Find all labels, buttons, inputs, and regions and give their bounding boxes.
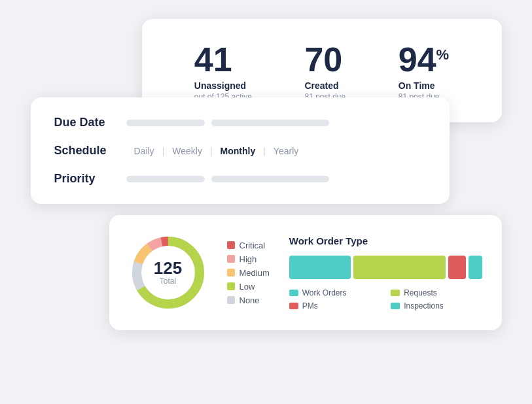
filter-row-due-date: Due Date — [54, 116, 426, 129]
scene: 41 Unassigned out of 125 active 70 Creat… — [31, 19, 502, 385]
schedule-monthly[interactable]: Monthly — [213, 146, 264, 156]
schedule-yearly[interactable]: Yearly — [266, 146, 306, 156]
legend-critical: Critical — [227, 241, 270, 250]
wot-legend-inspections-dot — [391, 303, 400, 309]
legend-medium-label: Medium — [239, 268, 270, 278]
legend-low-dot — [227, 282, 235, 290]
legend-high-dot — [227, 255, 235, 263]
schedule-daily[interactable]: Daily — [126, 146, 162, 156]
wot-bar-inspections — [469, 256, 482, 279]
legend-none-label: None — [239, 295, 260, 305]
due-date-bar-1 — [126, 120, 205, 126]
legend-critical-label: Critical — [239, 241, 266, 250]
wot-bar-chart — [289, 256, 482, 279]
wot-legend-requests-dot — [391, 290, 400, 296]
wot-legend-work-orders: Work Orders — [289, 288, 380, 297]
due-date-bars — [126, 120, 426, 126]
donut-label: Total — [154, 277, 182, 286]
legend-high-label: High — [239, 254, 257, 264]
schedule-options: Daily | Weekly | Monthly | Yearly — [126, 146, 307, 156]
priority-bar-1 — [126, 176, 205, 182]
due-date-label: Due Date — [54, 116, 126, 129]
stat-created-number: 70 — [304, 42, 342, 76]
donut-legend: Critical High Medium Low None — [227, 241, 270, 305]
filter-row-priority: Priority — [54, 172, 426, 186]
priority-bar-2 — [211, 176, 329, 182]
wot-legend-pms-dot — [289, 303, 298, 309]
wot-legend-requests: Requests — [391, 288, 482, 297]
priority-bars — [126, 176, 426, 182]
legend-low: Low — [227, 282, 270, 292]
priority-label: Priority — [54, 172, 126, 186]
wot-title: Work Order Type — [289, 235, 482, 246]
due-date-bar-2 — [211, 120, 329, 126]
wot-legend-pms: PMs — [289, 301, 380, 311]
wot-bar-work-orders — [289, 256, 351, 279]
schedule-label: Schedule — [54, 144, 126, 158]
work-order-type-section: Work Order Type Work Orders Requests — [289, 235, 482, 311]
donut-center: 125 Total — [154, 260, 182, 286]
legend-none: None — [227, 295, 270, 305]
legend-medium: Medium — [227, 268, 270, 278]
legend-low-label: Low — [239, 282, 255, 292]
donut-number: 125 — [154, 260, 182, 277]
stat-ontime-label: On Time — [399, 80, 435, 91]
wot-legend: Work Orders Requests PMs Inspections — [289, 288, 482, 311]
wot-legend-inspections-label: Inspections — [404, 301, 444, 311]
stat-unassigned-number: 41 — [194, 42, 232, 76]
wot-legend-requests-label: Requests — [404, 288, 437, 297]
wot-bar-requests — [353, 256, 446, 279]
wot-legend-inspections: Inspections — [391, 301, 482, 311]
legend-none-dot — [227, 296, 235, 304]
stat-ontime: 94% On Time 81 post due — [399, 42, 449, 101]
legend-critical-dot — [227, 241, 235, 249]
chart-card: 125 Total Critical High Medium Low — [109, 215, 502, 330]
stat-unassigned-label: Unassigned — [194, 80, 246, 91]
wot-legend-work-orders-label: Work Orders — [302, 288, 347, 297]
wot-legend-pms-label: PMs — [302, 301, 318, 311]
wot-bar-pms — [448, 256, 466, 279]
stat-created: 70 Created 81 post due — [304, 42, 346, 101]
donut-chart: 125 Total — [129, 233, 207, 312]
legend-high: High — [227, 254, 270, 264]
stat-ontime-number: 94% — [399, 42, 449, 76]
filters-card: Due Date Schedule Daily | Weekly | Month… — [31, 97, 450, 204]
stat-unassigned: 41 Unassigned out of 125 active — [194, 42, 252, 101]
schedule-weekly[interactable]: Weekly — [164, 146, 210, 156]
wot-legend-work-orders-dot — [289, 290, 298, 296]
legend-medium-dot — [227, 269, 235, 277]
filter-row-schedule: Schedule Daily | Weekly | Monthly | Year… — [54, 144, 426, 158]
stat-created-label: Created — [304, 80, 338, 91]
